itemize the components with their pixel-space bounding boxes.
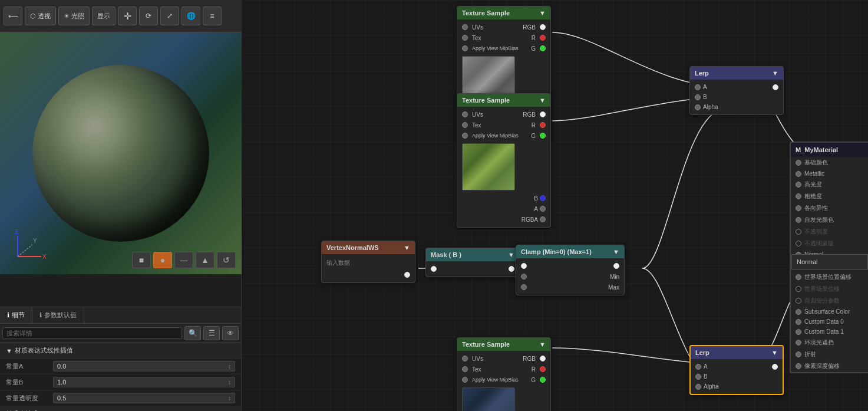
mat-pin-base: 基础颜色: [791, 157, 868, 169]
tex3-r-pin[interactable]: [540, 366, 546, 372]
lerp1-b-pin[interactable]: [695, 94, 701, 100]
mat-pixeldepth-pin[interactable]: [796, 363, 801, 369]
perspective-label: 透视: [38, 12, 51, 21]
tex2-rgba-pin[interactable]: [540, 216, 546, 222]
tex3-mip-pin-in[interactable]: [462, 377, 468, 383]
mat-custom0-pin[interactable]: [796, 319, 801, 325]
extra-btn[interactable]: ≡: [203, 6, 222, 25]
prev-btn-cube[interactable]: ■: [132, 252, 151, 268]
tex1-rgb-pin[interactable]: [540, 24, 546, 30]
mat-metallic-pin[interactable]: [796, 171, 801, 177]
mat-roughness-pin[interactable]: [796, 193, 801, 199]
texture-node3-body: UVs RGB Tex R: [457, 351, 550, 411]
tex3-uvs-pin-in[interactable]: [462, 356, 468, 361]
lerp2-body: A B Alpha: [691, 359, 783, 394]
mask-node-body: [426, 261, 519, 277]
lerp2-out-pin[interactable]: [772, 364, 778, 370]
clamp-in-pin[interactable]: [521, 263, 527, 269]
tex2-uvs-pin-in[interactable]: [462, 111, 468, 117]
mat-subsurface-pin[interactable]: [796, 309, 801, 315]
tex1-g-pin[interactable]: [540, 45, 546, 51]
clamp-out-pin[interactable]: [613, 263, 619, 269]
tex2-rgb-pin[interactable]: [540, 111, 546, 117]
texture-sample-3[interactable]: Texture Sample ▼ UVs RGB: [457, 337, 551, 411]
tex3-rgb-pin[interactable]: [540, 356, 546, 361]
mat-emissive-pin[interactable]: [796, 217, 801, 223]
mask-out-pin[interactable]: [509, 266, 514, 272]
lighting-btn[interactable]: ☀ 光照: [58, 6, 90, 25]
texture-node3-header: Texture Sample ▼: [457, 338, 550, 351]
mat-refraction-pin[interactable]: [796, 351, 801, 357]
vertex-normal-node[interactable]: VertexNormalWS ▼ 输入数据: [321, 241, 415, 283]
tab-details[interactable]: ℹ 细节: [0, 307, 32, 323]
lerp1-out-pin[interactable]: [773, 84, 778, 90]
scale-tool-btn[interactable]: ⤢: [160, 6, 179, 25]
mat-specular-pin[interactable]: [796, 182, 801, 188]
clamp-node[interactable]: Clamp (Min=0) (Max=1) ▼ Min Max: [516, 245, 625, 295]
tex2-a-row: A: [457, 203, 550, 214]
lerp2-alpha-pin[interactable]: [695, 384, 701, 390]
mat-opacity-pin: [796, 229, 801, 235]
lerp-node-2[interactable]: Lerp ▼ A B Alpha: [689, 345, 784, 395]
perspective-btn[interactable]: ⬡ 透视: [25, 6, 56, 25]
prop-value-b[interactable]: 1.0 ↕: [53, 377, 235, 387]
left-panel: Z X Y ■ ● — ▲ ↺ ℹ 细节 ℹ 参数默认值: [0, 32, 242, 411]
prev-btn-teapot[interactable]: ▲: [196, 252, 214, 268]
tex1-uvs-pin-in[interactable]: [462, 24, 468, 30]
tab-params[interactable]: ℹ 参数默认值: [32, 307, 84, 323]
vertex-out-pin[interactable]: [404, 272, 410, 278]
lerp-node-1[interactable]: Lerp ▼ A B Alpha: [689, 66, 784, 115]
tex2-a-pin[interactable]: [540, 206, 546, 212]
move-tool-btn[interactable]: ✛: [118, 6, 137, 25]
clamp-min-pin[interactable]: [521, 274, 527, 280]
tex3-g-pin[interactable]: [540, 377, 546, 383]
back-btn[interactable]: ⟵: [4, 6, 22, 25]
lerp2-b-pin[interactable]: [695, 374, 701, 380]
prop-value-a[interactable]: 0.0 ↕: [53, 361, 235, 371]
world-btn[interactable]: 🌐: [181, 6, 200, 25]
mask-node[interactable]: Mask ( B ) ▼: [425, 248, 520, 277]
prev-btn-plane[interactable]: —: [174, 252, 193, 268]
mat-custom1-pin[interactable]: [796, 329, 801, 335]
tex2-tex-pin-in[interactable]: [462, 122, 468, 128]
tex2-g-pin[interactable]: [540, 133, 546, 139]
lighting-icon: ☀: [64, 12, 70, 20]
preview-bottom-btns: ■ ● — ▲ ↺: [132, 252, 236, 268]
material-node-header: M_MyMaterial: [791, 143, 868, 157]
tex1-mip-row: Apply View MipBias G: [457, 43, 550, 54]
eye-btn[interactable]: 👁: [222, 326, 239, 340]
lighting-label: 光照: [71, 12, 84, 21]
bottom-left-panel: ℹ 细节 ℹ 参数默认值 🔍 ☰ 👁 ▼ 材质表达式线性插值 常量A 0.0 ↕: [0, 307, 242, 411]
mask-node-header: Mask ( B ) ▼: [426, 248, 519, 261]
prev-btn-reset[interactable]: ↺: [217, 252, 236, 268]
node-editor[interactable]: Texture Sample ▼ UVs RGB: [242, 0, 868, 411]
tex1-mip-pin-in[interactable]: [462, 45, 468, 51]
clamp-max-pin[interactable]: [521, 284, 527, 290]
lerp1-alpha-pin[interactable]: [695, 104, 701, 110]
lerp2-a-in-pin[interactable]: [695, 364, 701, 370]
tex1-r-pin[interactable]: [540, 35, 546, 41]
prop-value-alpha[interactable]: 0.5 ↕: [53, 393, 235, 403]
rotate-tool-btn[interactable]: ⟳: [139, 6, 158, 25]
tex1-tex-pin-in[interactable]: [462, 35, 468, 41]
mat-ao-pin[interactable]: [796, 340, 801, 346]
lerp1-a-in-pin[interactable]: [695, 84, 701, 90]
list-view-btn[interactable]: ☰: [203, 326, 220, 340]
tex3-tex-pin-in[interactable]: [462, 366, 468, 372]
mat-base-pin[interactable]: [796, 160, 801, 166]
mat-pin-custom0: Custom Data 0: [791, 317, 868, 327]
tex2-b-pin[interactable]: [540, 195, 546, 201]
display-btn[interactable]: 显示: [92, 6, 115, 25]
search-btn[interactable]: 🔍: [184, 326, 201, 340]
mat-anisotropy-pin[interactable]: [796, 205, 801, 211]
xyz-axis: Z X Y: [12, 227, 47, 262]
mat-worlddisp-pin: [796, 286, 801, 292]
tex2-r-pin[interactable]: [540, 122, 546, 128]
mask-in-pin[interactable]: [431, 266, 437, 272]
mat-worldoffset-pin[interactable]: [796, 274, 801, 280]
search-input[interactable]: [2, 327, 182, 339]
texture-sample-2[interactable]: Texture Sample ▼ UVs RGB: [457, 93, 551, 228]
mat-pin-opacity: 不透明度: [791, 226, 868, 238]
tex2-mip-pin-in[interactable]: [462, 133, 468, 139]
prev-btn-sphere[interactable]: ●: [153, 252, 172, 268]
